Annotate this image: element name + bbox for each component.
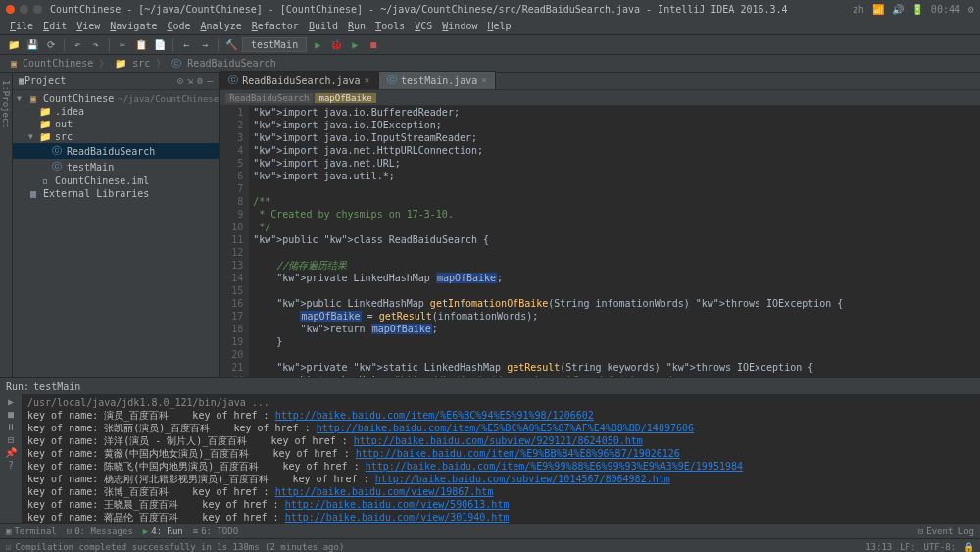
menu-navigate[interactable]: Navigate	[106, 21, 161, 31]
rerun-icon[interactable]: ▶	[8, 396, 14, 407]
nav-crumb[interactable]: mapOfBaike	[315, 93, 375, 103]
network-icon[interactable]: 📶	[872, 4, 884, 15]
maximize-icon[interactable]	[33, 5, 42, 14]
sidebar-title: Project	[24, 75, 177, 86]
menu-tools[interactable]: Tools	[371, 21, 409, 31]
menu-edit[interactable]: Edit	[39, 21, 71, 31]
folder-icon: 📁	[115, 58, 126, 69]
left-tool-window-tabs: 1:Project	[0, 73, 13, 377]
menu-run[interactable]: Run	[344, 21, 369, 31]
coverage-icon[interactable]: ▶	[347, 37, 363, 53]
collapse-icon[interactable]: ⇲	[187, 75, 193, 86]
tab-event-log[interactable]: ⊟ Event Log	[918, 527, 974, 536]
tree-item[interactable]: ⓒtestMain	[13, 159, 219, 175]
titlebar: CountChinese - [~/java/CountChinese] - […	[0, 0, 980, 18]
separator	[218, 38, 219, 52]
undo-icon[interactable]: ↶	[70, 37, 85, 53]
caret-position[interactable]: 13:13	[865, 542, 892, 552]
lock-icon[interactable]: 🔒	[963, 542, 974, 552]
separator	[109, 38, 110, 52]
line-gutter: 1234567891011121314151617181920212223242…	[220, 106, 249, 377]
menu-file[interactable]: File	[6, 21, 37, 31]
close-icon[interactable]: ×	[481, 75, 486, 85]
run-gutter: ▶ ■ ⏸ ⊟ 📌 ?	[0, 394, 22, 523]
forward-icon[interactable]: →	[197, 37, 213, 53]
menu-refactor[interactable]: Refactor	[248, 21, 303, 31]
menubar: FileEditViewNavigateCodeAnalyzeRefactorB…	[0, 18, 980, 35]
battery-icon[interactable]: 🔋	[911, 4, 923, 15]
menu-build[interactable]: Build	[305, 21, 342, 31]
paste-icon[interactable]: 📄	[152, 37, 168, 53]
run-config-select[interactable]: testMain	[242, 37, 307, 52]
back-icon[interactable]: ←	[178, 37, 194, 53]
tab-todo[interactable]: ≡ 6: TODO	[193, 527, 238, 536]
breadcrumb-item[interactable]: src	[132, 58, 150, 69]
lang-icon[interactable]: zh	[853, 4, 864, 15]
tab-run[interactable]: ▶ 4: Run	[143, 527, 183, 536]
editor-breadcrumb: ReadBaiduSearch mapOfBaike	[220, 90, 980, 106]
tree-item[interactable]: ▼▣CountChinese~/java/CountChinese	[13, 92, 219, 105]
sync-icon[interactable]: ⟳	[43, 37, 59, 53]
cut-icon[interactable]: ✂	[115, 37, 130, 53]
settings-icon[interactable]: ⚙	[968, 4, 974, 15]
editor-tab[interactable]: ⓒ testMain.java ×	[378, 71, 496, 89]
volume-icon[interactable]: 🔊	[892, 4, 904, 15]
copy-icon[interactable]: 📋	[133, 37, 149, 53]
menu-vcs[interactable]: VCS	[411, 21, 436, 31]
close-icon[interactable]	[6, 5, 15, 14]
build-icon[interactable]: 🔨	[223, 37, 239, 53]
scroll-to-icon[interactable]: ⊙	[177, 75, 183, 86]
nav-crumb[interactable]: ReadBaiduSearch	[225, 93, 313, 103]
run-icon[interactable]: ▶	[310, 37, 325, 53]
tab-terminal[interactable]: ▣ Terminal	[6, 527, 57, 536]
project-tree[interactable]: ▼▣CountChinese~/java/CountChinese📁.idea📁…	[13, 90, 219, 377]
tab-messages[interactable]: ⊟ 0: Messages	[67, 527, 133, 536]
open-icon[interactable]: 📁	[6, 37, 22, 53]
save-icon[interactable]: 💾	[24, 37, 40, 53]
line-separator[interactable]: LF:	[900, 542, 915, 552]
debug-icon[interactable]: 🐞	[328, 37, 344, 53]
code-editor[interactable]: 1234567891011121314151617181920212223242…	[220, 106, 980, 377]
breadcrumb-item[interactable]: ReadBaiduSearch	[187, 58, 275, 69]
project-tab[interactable]: 1:Project	[0, 73, 12, 136]
bottom-tool-tabs: ▣ Terminal ⊟ 0: Messages ▶ 4: Run ≡ 6: T…	[0, 523, 980, 538]
main-area: 1:Project ▦ Project ⊙ ⇲ ⚙ — ▼▣CountChine…	[0, 73, 980, 377]
run-config-name: testMain	[33, 381, 80, 392]
toolbar: 📁 💾 ⟳ ↶ ↷ ✂ 📋 📄 ← → 🔨 testMain ▶ 🐞 ▶ ■	[0, 35, 980, 55]
gear-icon[interactable]: ⚙	[197, 75, 203, 86]
code-content[interactable]: "kw">import java.io.BufferedReader; "kw"…	[249, 106, 980, 377]
editor-area: ⓒ ReadBaiduSearch.java ×ⓒ testMain.java …	[220, 73, 980, 377]
pin-icon[interactable]: 📌	[5, 447, 17, 458]
tree-item[interactable]: ▥External Libraries	[13, 187, 219, 200]
hide-icon[interactable]: —	[207, 75, 213, 86]
sidebar-header: ▦ Project ⊙ ⇲ ⚙ —	[13, 73, 219, 90]
module-icon: ▣	[11, 58, 17, 69]
editor-tab[interactable]: ⓒ ReadBaiduSearch.java ×	[220, 71, 378, 89]
run-output[interactable]: /usr/local/java/jdk1.8.0_121/bin/java ..…	[22, 394, 980, 523]
menu-help[interactable]: Help	[483, 21, 514, 31]
filter-icon[interactable]: ⊟	[8, 434, 14, 445]
tree-item[interactable]: 📁.idea	[13, 105, 219, 118]
menu-view[interactable]: View	[73, 21, 104, 31]
menu-window[interactable]: Window	[438, 21, 481, 31]
encoding[interactable]: UTF-8:	[923, 542, 956, 552]
menu-analyze[interactable]: Analyze	[197, 21, 246, 31]
menu-code[interactable]: Code	[163, 21, 194, 31]
minimize-icon[interactable]	[20, 5, 28, 14]
tree-item[interactable]: 📁out	[13, 118, 219, 130]
run-panel: Run: testMain ▶ ■ ⏸ ⊟ 📌 ? /usr/local/jav…	[0, 377, 980, 523]
stop-icon[interactable]: ■	[8, 409, 14, 420]
stop-icon[interactable]: ■	[366, 37, 381, 53]
status-icon[interactable]: ☑	[6, 542, 11, 552]
close-icon[interactable]: ×	[365, 75, 369, 85]
breadcrumb-item[interactable]: CountChinese	[23, 58, 93, 69]
window-controls	[6, 5, 42, 14]
tree-item[interactable]: ▫CountChinese.iml	[13, 175, 219, 187]
tree-item[interactable]: ▼📁src	[13, 130, 219, 143]
pause-icon[interactable]: ⏸	[6, 422, 16, 432]
redo-icon[interactable]: ↷	[88, 37, 104, 53]
tree-item[interactable]: ⓒReadBaiduSearch	[13, 143, 219, 159]
help-icon[interactable]: ?	[8, 460, 14, 471]
run-title: Run:	[6, 381, 29, 392]
clock[interactable]: 00:44	[931, 4, 960, 15]
